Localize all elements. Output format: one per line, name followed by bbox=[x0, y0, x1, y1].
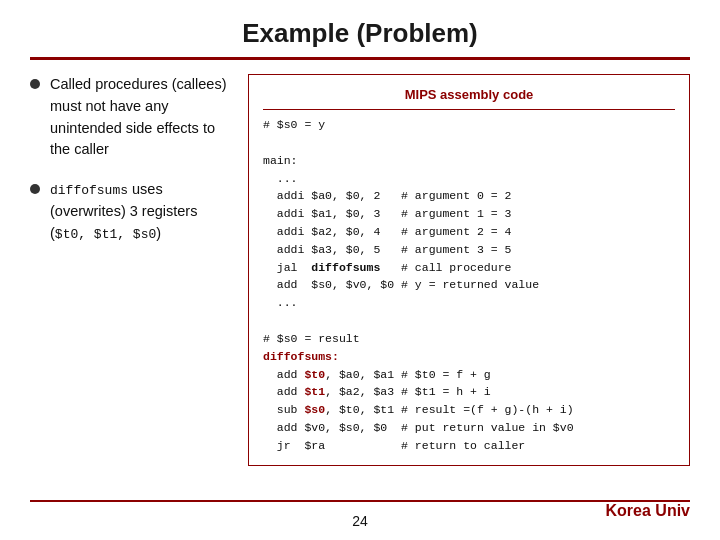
bullet-2: diffofsums uses (overwrites) 3 registers… bbox=[30, 179, 230, 244]
code-block: # $s0 = y main: ... addi $a0, $0, 2 # ar… bbox=[263, 116, 675, 454]
code-header: MIPS assembly code bbox=[263, 85, 675, 110]
footer-line bbox=[30, 500, 690, 502]
code-line-jal: jal diffofsums # call procedure bbox=[263, 261, 511, 274]
bullet-dot-2 bbox=[30, 184, 40, 194]
slide-title: Example (Problem) bbox=[30, 18, 690, 49]
code-line-addi1: addi $a1, $0, 3 # argument 1 = 3 bbox=[263, 207, 511, 220]
code-line-addi2: addi $a2, $0, 4 # argument 2 = 4 bbox=[263, 225, 511, 238]
code-line-addi3: addi $a3, $0, 5 # argument 3 = 5 bbox=[263, 243, 511, 256]
left-panel: Called procedures (callees) must not hav… bbox=[30, 74, 230, 262]
code-line-add-t0: add $t0, $a0, $a1 # $t0 = f + g bbox=[263, 368, 491, 381]
code-line-addi0: addi $a0, $0, 2 # argument 0 = 2 bbox=[263, 189, 511, 202]
code-line-dots1: ... bbox=[263, 172, 298, 185]
bullet-text-2: diffofsums uses (overwrites) 3 registers… bbox=[50, 179, 230, 244]
code-line-dots2: ... bbox=[263, 296, 298, 309]
code-line-add-v0: add $v0, $s0, $0 # put return value in $… bbox=[263, 421, 574, 434]
code-line-sub-s0: sub $s0, $t0, $t1 # result =(f + g)-(h +… bbox=[263, 403, 574, 416]
footer: 24 Korea Univ bbox=[0, 512, 720, 530]
page-number: 24 bbox=[352, 513, 368, 529]
title-underline bbox=[30, 57, 690, 60]
bullet-1: Called procedures (callees) must not hav… bbox=[30, 74, 230, 161]
code-line-jr: jr $ra # return to caller bbox=[263, 439, 525, 452]
bullet2-mono1: diffofsums bbox=[50, 183, 128, 198]
code-line-add-s0: add $s0, $v0, $0 # y = returned value bbox=[263, 278, 539, 291]
code-line-comment2: # $s0 = result bbox=[263, 332, 360, 345]
code-panel: MIPS assembly code # $s0 = y main: ... a… bbox=[248, 74, 690, 466]
slide: Example (Problem) Called procedures (cal… bbox=[0, 0, 720, 540]
content-area: Called procedures (callees) must not hav… bbox=[30, 74, 690, 466]
code-line-main: main: bbox=[263, 154, 298, 167]
bullet-dot-1 bbox=[30, 79, 40, 89]
code-line-1: # $s0 = y bbox=[263, 118, 325, 131]
code-line-add-t1: add $t1, $a2, $a3 # $t1 = h + i bbox=[263, 385, 491, 398]
code-line-diffof: diffofsums: bbox=[263, 350, 339, 363]
bullet-text-1: Called procedures (callees) must not hav… bbox=[50, 74, 230, 161]
bullet2-mono2: $t0, $t1, $s0 bbox=[55, 227, 156, 242]
university-label: Korea Univ bbox=[606, 502, 690, 520]
